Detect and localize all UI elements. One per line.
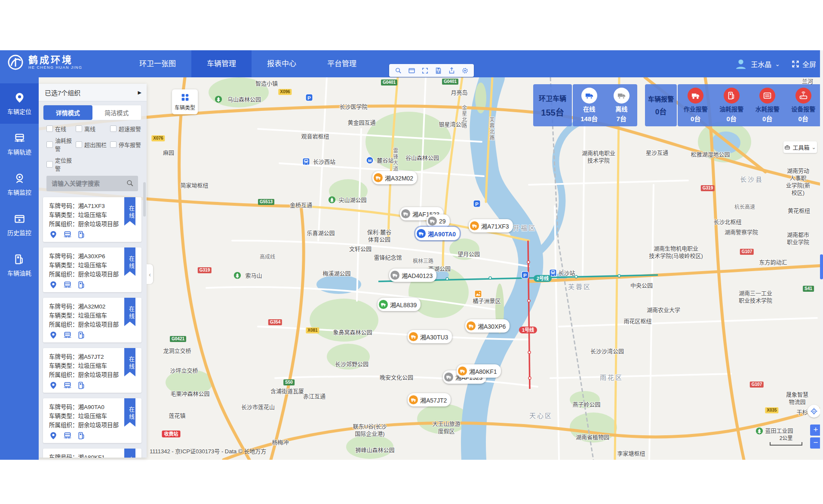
plate-label: 车牌号码：	[49, 354, 78, 360]
truck-icon	[374, 173, 383, 182]
export-icon[interactable]	[446, 65, 457, 76]
filter-checkbox[interactable]: 超出围栏	[76, 136, 110, 153]
save-icon[interactable]	[433, 65, 444, 76]
checkbox-box[interactable]	[46, 161, 53, 168]
nav-item-platform-management[interactable]: 平台管理	[312, 50, 372, 77]
track-vehicle-icon[interactable]	[63, 431, 72, 440]
overview-icon[interactable]	[406, 65, 417, 76]
track-vehicle-icon[interactable]	[63, 230, 72, 239]
fuel-vehicle-icon[interactable]	[77, 230, 86, 239]
sidebar-item-vehicle-fuel[interactable]: 车辆油耗	[0, 245, 39, 285]
vehicle-marker[interactable]: 湘A30TU3	[408, 330, 452, 343]
vehicle-card[interactable]: 车牌号码：湘A71XF3 车辆类型：垃圾压缩车 所属组织：厨余垃圾项目部 在线	[43, 197, 141, 242]
sidebar-item-vehicle-location[interactable]: 车辆定位	[0, 83, 39, 124]
truck-icon	[444, 373, 453, 382]
checkbox-box[interactable]	[110, 125, 117, 132]
vehicle-marker[interactable]: 湘AD40123	[389, 269, 436, 282]
track-vehicle-icon[interactable]	[63, 281, 72, 289]
truck-icon	[458, 367, 467, 376]
map-canvas[interactable]: 智造小镇乌山森林公园长沙医学院黄金园互通月亮岛银星湾公园观音岩枢纽麻园星沙互通湖…	[39, 77, 823, 460]
vehicle-type-button[interactable]: 车辆类型	[172, 89, 198, 114]
vehicle-card[interactable]: 车牌号码：湘A30XP6 车辆类型：垃圾压缩车 所属组织：厨余垃圾项目部 在线	[43, 247, 141, 292]
filter-checkbox[interactable]: 离线	[76, 125, 110, 133]
sidebar-item-icon	[14, 213, 25, 225]
user-menu[interactable]: 王水晶 ⌄	[734, 58, 780, 70]
vehicle-card[interactable]: 车牌号码：湘A32M02 车辆类型：垃圾压缩车 所属组织：厨余垃圾项目部 在线	[43, 298, 141, 342]
tab-simple-mode[interactable]: 简洁模式	[92, 105, 141, 120]
logo-icon	[7, 54, 24, 71]
tab-detail-mode[interactable]: 详情模式	[43, 105, 92, 120]
filter-checkbox[interactable]: 在线	[46, 125, 76, 133]
stat-total-label: 环卫车辆	[539, 93, 566, 103]
filter-checkbox[interactable]: 油耗报警	[46, 136, 76, 153]
alarm-icon	[795, 88, 811, 104]
locate-vehicle-icon[interactable]	[49, 281, 58, 289]
filter-label: 超出围栏	[84, 141, 107, 149]
checkbox-box[interactable]	[76, 141, 82, 148]
type-value: 垃圾压缩车	[78, 363, 107, 369]
fullscreen-button[interactable]: 全屏	[791, 59, 816, 69]
nav-item-vehicle-management[interactable]: 车辆管理	[191, 50, 252, 77]
vehicle-marker[interactable]: 湘A30XP6	[465, 319, 510, 333]
locate-vehicle-icon[interactable]	[49, 230, 58, 239]
fuel-alarm: 油耗报警 0台	[719, 88, 743, 126]
org-selector[interactable]: 已选7个组织 ▶	[38, 84, 147, 101]
expand-icon[interactable]	[419, 65, 430, 76]
app-root: 智造小镇乌山森林公园长沙医学院黄金园互通月亮岛银星湾公园观音岩枢纽麻园星沙互通湖…	[0, 0, 823, 504]
vehicle-marker[interactable]: 湘A80KF1	[457, 364, 501, 378]
track-vehicle-icon[interactable]	[63, 331, 72, 339]
filter-checkbox[interactable]: 定位报警	[46, 156, 76, 172]
sidebar-item-vehicle-track[interactable]: 车辆轨迹	[0, 124, 39, 164]
locate-button[interactable]	[808, 405, 820, 418]
vehicle-card[interactable]: 车牌号码：湘A57JT2 车辆类型：垃圾压缩车 所属组织：厨余垃圾项目部 在线	[43, 348, 141, 393]
vehicle-marker[interactable]: 湘A90TA0	[415, 227, 460, 240]
fuel-vehicle-icon[interactable]	[77, 331, 86, 339]
sidebar-item-vehicle-monitor[interactable]: 车辆监控	[0, 164, 39, 205]
vehicle-marker[interactable]: 湘A71XF3	[469, 219, 513, 232]
toolbox-button[interactable]: 工具箱 ⌄	[783, 141, 817, 153]
vehicle-panel: 已选7个组织 ▶ 详情模式简洁模式 在线 离线 超速报警 油耗报警	[38, 84, 147, 458]
locate-vehicle-icon[interactable]	[49, 431, 58, 440]
type-value: 垃圾压缩车	[78, 212, 107, 218]
fuel-vehicle-icon[interactable]	[77, 281, 86, 289]
online-value: 148台	[580, 114, 598, 123]
vehicle-marker[interactable]: 湘A32M02	[372, 171, 417, 184]
alarm-value: 0台	[762, 114, 772, 123]
org-selected-count: 已选7个组织	[45, 88, 80, 97]
settings-icon[interactable]	[459, 65, 470, 76]
checkbox-box[interactable]	[76, 125, 82, 132]
locate-vehicle-icon[interactable]	[49, 331, 58, 339]
work-alarm: 作业报警 0台	[684, 88, 708, 126]
nav-item-overview-map[interactable]: 环卫一张图	[124, 50, 191, 77]
search-input[interactable]	[46, 176, 138, 191]
type-value: 垃圾压缩车	[78, 413, 107, 419]
search-box	[46, 176, 138, 191]
measure-icon[interactable]	[393, 65, 404, 76]
checkbox-box[interactable]	[110, 141, 117, 148]
org-label: 所属组织：	[49, 422, 78, 428]
page-scrollbar-thumb[interactable]	[820, 254, 823, 279]
panel-collapse-handle[interactable]: ‹	[147, 264, 153, 284]
vehicle-card[interactable]: 车牌号码：湘A80KF1 车辆类型：垃圾压缩车 所属组织：厨余垃圾项目部 在线	[43, 449, 141, 458]
fuel-vehicle-icon[interactable]	[77, 431, 86, 440]
locate-vehicle-icon[interactable]	[49, 381, 58, 390]
marker-plate: 湘A90TA0	[428, 229, 456, 238]
checkbox-box[interactable]	[46, 125, 53, 132]
panel-scrollbar[interactable]	[143, 182, 146, 217]
fuel-vehicle-icon[interactable]	[77, 381, 86, 390]
org-value: 厨余垃圾项目部	[78, 321, 119, 328]
sidebar-item-history-monitor[interactable]: 历史监控	[0, 205, 39, 245]
vehicle-marker[interactable]: 29	[427, 214, 450, 228]
search-icon[interactable]	[126, 179, 134, 187]
checkbox-box[interactable]	[46, 141, 53, 148]
vehicle-card[interactable]: 车牌号码：湘A90TA0 车辆类型：垃圾压缩车 所属组织：厨余垃圾项目部 在线	[43, 398, 141, 443]
filter-checkbox[interactable]: 停车报警	[110, 136, 147, 153]
nav-item-report-center[interactable]: 报表中心	[252, 50, 312, 77]
filter-checkbox[interactable]: 超速报警	[110, 125, 147, 133]
track-vehicle-icon[interactable]	[63, 381, 72, 390]
vehicle-marker[interactable]: 湘AL8839	[378, 298, 421, 311]
vehicle-marker[interactable]: 湘A57JT2	[408, 393, 451, 406]
page-scrollbar[interactable]	[820, 50, 823, 460]
nav-menu: 环卫一张图车辆管理报表中心平台管理	[124, 50, 372, 77]
online-truck-icon	[581, 88, 597, 104]
